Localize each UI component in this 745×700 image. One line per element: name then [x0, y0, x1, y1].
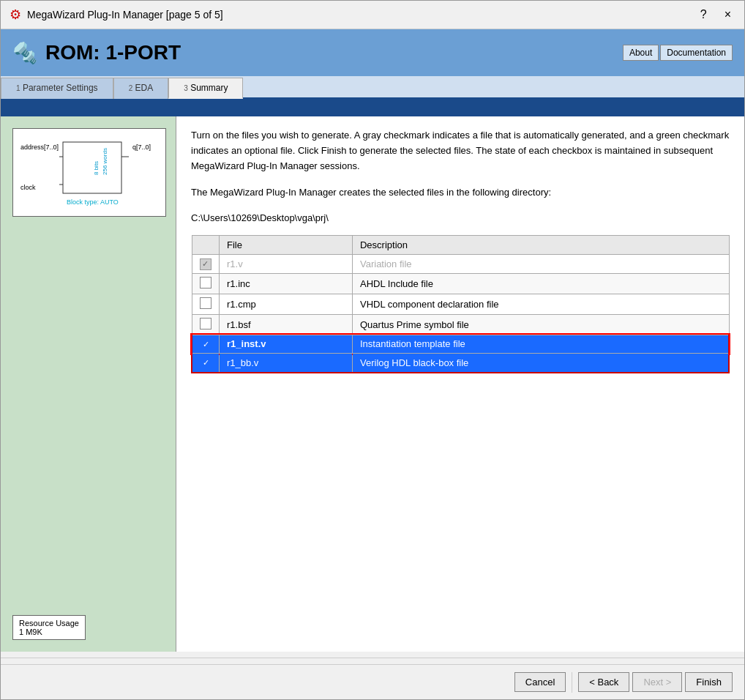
desc-r1bb: Verilog HDL black-box file [352, 354, 729, 373]
svg-text:256 words: 256 words [102, 148, 108, 175]
filename-r1cmp: r1.cmp [220, 294, 353, 314]
checkbox-cell-r1cmp[interactable] [192, 294, 220, 314]
table-row: r1.inc AHDL Include file [192, 273, 729, 294]
checkbox-r1bb[interactable] [200, 357, 211, 369]
checkbox-r1inst[interactable] [200, 338, 211, 350]
filename-r1inc: r1.inc [220, 273, 353, 294]
cancel-button[interactable]: Cancel [514, 672, 566, 692]
tab-parameter-settings[interactable]: 1 Parameter Settings [1, 78, 113, 99]
resource-usage-box: Resource Usage 1 M9K [12, 615, 86, 640]
svg-text:address[7..0]: address[7..0] [20, 144, 59, 151]
svg-text:Block type: AUTO: Block type: AUTO [67, 198, 119, 206]
filename-r1v: r1.v [220, 255, 353, 274]
desc-r1inst: Instantiation template file [352, 335, 729, 354]
table-row: r1.v Variation file [192, 255, 729, 274]
checkbox-cell-r1v[interactable] [192, 255, 220, 274]
checkbox-r1v[interactable] [200, 258, 211, 270]
app-icon: ⚙ [10, 7, 21, 23]
checkbox-cell-r1inst[interactable] [192, 335, 220, 354]
table-row: r1.cmp VHDL component declaration file [192, 294, 729, 314]
help-button[interactable]: ? [696, 7, 711, 23]
block-diagram: address[7..0] q[7..0] clock 8 bits 256 [12, 128, 166, 217]
checkbox-r1inc[interactable] [200, 277, 211, 288]
right-panel: Turn on the files you wish to generate. … [176, 116, 744, 652]
col-header-file: File [220, 236, 353, 255]
main-window: ⚙ MegaWizard Plug-In Manager [page 5 of … [0, 0, 745, 700]
tab-eda[interactable]: 2 EDA [113, 78, 169, 99]
left-panel: address[7..0] q[7..0] clock 8 bits 256 [1, 116, 176, 652]
directory-path: C:\Users\10269\Desktop\vga\prj\ [191, 212, 730, 223]
desc-r1bsf: Quartus Prime symbol file [352, 314, 729, 335]
col-header-description: Description [352, 236, 729, 255]
desc-r1v: Variation file [352, 255, 729, 274]
filename-r1inst: r1_inst.v [220, 335, 353, 354]
close-button[interactable]: × [720, 7, 735, 23]
tabs-bar: 1 Parameter Settings 2 EDA 3 Summary [1, 76, 744, 99]
checkbox-r1cmp[interactable] [200, 297, 211, 309]
table-row-highlighted-inst: r1_inst.v Instantiation template file [192, 335, 729, 354]
nav-bar [1, 99, 744, 116]
svg-text:8 bits: 8 bits [93, 161, 100, 175]
table-header-row: File Description [192, 236, 729, 255]
filename-r1bsf: r1.bsf [220, 314, 353, 335]
desc-r1cmp: VHDL component declaration file [352, 294, 729, 314]
footer: Cancel < Back Next > Finish [1, 664, 744, 699]
footer-separator-1 [572, 672, 572, 693]
window-title: MegaWizard Plug-In Manager [page 5 of 5] [27, 9, 223, 21]
svg-text:q[7..0]: q[7..0] [132, 144, 151, 151]
next-button[interactable]: Next > [632, 672, 682, 692]
description-para2: The MegaWizard Plug-In Manager creates t… [191, 185, 730, 201]
header-icon: 🔩 [12, 41, 38, 65]
header-bar: 🔩 ROM: 1-PORT About Documentation [1, 29, 744, 76]
svg-rect-2 [63, 142, 121, 193]
svg-text:clock: clock [20, 184, 36, 191]
content-area: address[7..0] q[7..0] clock 8 bits 256 [1, 116, 744, 652]
checkbox-cell-r1bb[interactable] [192, 354, 220, 373]
back-button[interactable]: < Back [578, 672, 629, 692]
table-row: r1.bsf Quartus Prime symbol file [192, 314, 729, 335]
footer-separator [1, 658, 744, 658]
rom-title: ROM: 1-PORT [45, 41, 181, 64]
tab-summary[interactable]: 3 Summary [168, 78, 243, 99]
checkbox-cell-r1bsf[interactable] [192, 314, 220, 335]
header-buttons: About Documentation [623, 45, 733, 61]
about-button[interactable]: About [623, 45, 659, 61]
checkbox-cell-r1inc[interactable] [192, 273, 220, 294]
header-title: 🔩 ROM: 1-PORT [12, 41, 181, 65]
desc-r1inc: AHDL Include file [352, 273, 729, 294]
documentation-button[interactable]: Documentation [660, 45, 733, 61]
col-header-checkbox [192, 236, 220, 255]
table-row-highlighted-bb: r1_bb.v Verilog HDL black-box file [192, 354, 729, 373]
title-bar-left: ⚙ MegaWizard Plug-In Manager [page 5 of … [10, 7, 223, 23]
resource-usage-label: Resource Usage [19, 619, 79, 628]
checkbox-r1bsf[interactable] [200, 318, 211, 329]
filename-r1bb: r1_bb.v [220, 354, 353, 373]
finish-button[interactable]: Finish [685, 672, 733, 692]
block-diagram-svg: address[7..0] q[7..0] clock 8 bits 256 [19, 135, 173, 208]
resource-usage-value: 1 M9K [19, 628, 79, 636]
title-bar: ⚙ MegaWizard Plug-In Manager [page 5 of … [1, 1, 744, 29]
file-table: File Description r1.v Variation file [191, 235, 730, 373]
title-bar-right: ? × [696, 7, 735, 23]
description-para1: Turn on the files you wish to generate. … [191, 128, 730, 174]
